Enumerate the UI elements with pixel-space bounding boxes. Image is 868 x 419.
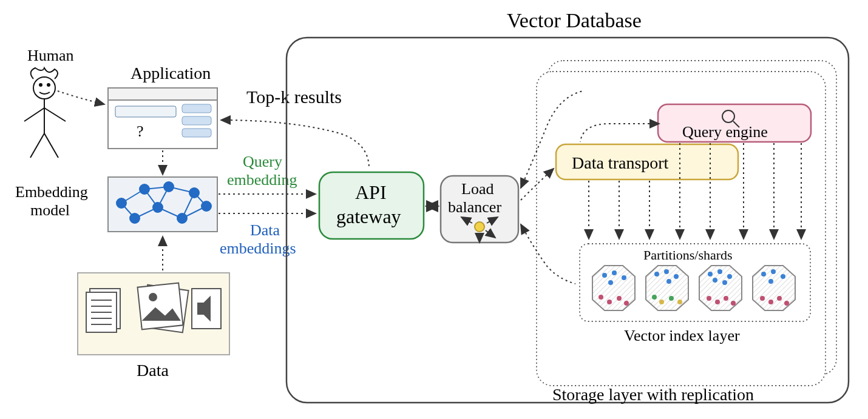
svg-point-44 (149, 293, 157, 301)
svg-rect-14 (182, 116, 211, 125)
svg-point-33 (177, 213, 187, 223)
svg-point-96 (777, 296, 782, 301)
svg-point-2 (33, 77, 55, 99)
svg-point-28 (140, 184, 149, 194)
svg-point-71 (654, 272, 659, 277)
data-emb-l1: Data (250, 221, 280, 239)
api-gw-l1: API (355, 181, 387, 203)
svg-point-30 (153, 203, 163, 212)
svg-point-31 (164, 182, 174, 192)
svg-point-95 (768, 300, 773, 304)
svg-point-65 (608, 280, 613, 285)
svg-point-78 (677, 300, 682, 304)
svg-point-93 (768, 279, 773, 284)
svg-point-34 (202, 201, 211, 211)
svg-rect-11 (108, 88, 217, 100)
application-label: Application (131, 64, 211, 82)
svg-point-90 (761, 272, 766, 277)
vector-index-label: Vector index layer (624, 327, 740, 344)
vector-db-title: Vector Database (507, 9, 642, 32)
svg-point-32 (189, 188, 199, 198)
arrow-human-app (58, 91, 104, 104)
embedding-label-2: model (30, 201, 70, 219)
svg-point-66 (598, 295, 603, 300)
data-label: Data (137, 361, 169, 380)
svg-line-6 (24, 108, 44, 121)
query-engine-label: Query engine (682, 123, 768, 141)
svg-point-75 (652, 295, 657, 300)
svg-point-29 (130, 213, 140, 223)
svg-rect-15 (182, 129, 211, 137)
svg-point-94 (760, 296, 765, 301)
svg-point-81 (717, 269, 722, 274)
svg-point-4 (47, 84, 50, 86)
api-gw-l2: gateway (336, 206, 401, 227)
svg-point-74 (666, 279, 671, 284)
svg-point-73 (674, 274, 679, 279)
svg-point-67 (607, 300, 612, 304)
svg-point-64 (622, 275, 626, 280)
svg-line-9 (44, 133, 58, 158)
svg-point-86 (715, 300, 720, 304)
svg-point-72 (664, 269, 669, 274)
svg-point-3 (39, 84, 42, 86)
svg-point-87 (724, 296, 728, 301)
svg-point-62 (602, 273, 607, 278)
partitions-label: Partitions/shards (643, 247, 733, 263)
svg-rect-13 (182, 104, 211, 113)
data-emb-l2: embeddings (220, 240, 296, 257)
svg-point-97 (784, 301, 789, 306)
topk-label: Top-k results (246, 87, 342, 107)
svg-point-63 (612, 270, 617, 275)
question-mark: ? (137, 122, 144, 140)
svg-point-83 (713, 278, 717, 283)
svg-line-8 (30, 133, 44, 158)
application-box: ? (108, 88, 217, 149)
svg-point-88 (731, 301, 736, 306)
svg-point-69 (624, 301, 629, 306)
human-label: Human (27, 47, 74, 64)
svg-point-82 (727, 274, 732, 279)
svg-point-91 (771, 269, 776, 274)
svg-point-92 (781, 274, 785, 279)
svg-point-27 (117, 198, 126, 208)
svg-point-46 (475, 222, 484, 232)
human-icon (24, 68, 66, 158)
svg-point-84 (722, 280, 727, 285)
lb-l1: Load (461, 180, 493, 198)
lb-l2: balancer (448, 198, 501, 216)
audio-icon (192, 289, 221, 329)
svg-line-7 (44, 108, 66, 121)
svg-point-80 (708, 272, 713, 277)
diagram-canvas: Human Application ? Embedding model (0, 0, 868, 419)
svg-rect-12 (115, 106, 176, 117)
svg-rect-43 (138, 283, 183, 330)
svg-point-76 (659, 300, 664, 304)
document-icon (86, 289, 120, 332)
storage-label: Storage layer with replication (552, 385, 754, 404)
data-transport-label: Data transport (572, 153, 669, 172)
embedding-label-1: Embedding (15, 183, 88, 201)
query-emb-l1: Query (243, 153, 282, 170)
svg-point-77 (669, 296, 674, 301)
svg-point-68 (617, 296, 622, 301)
image-icon (138, 283, 189, 333)
svg-point-85 (707, 296, 711, 301)
